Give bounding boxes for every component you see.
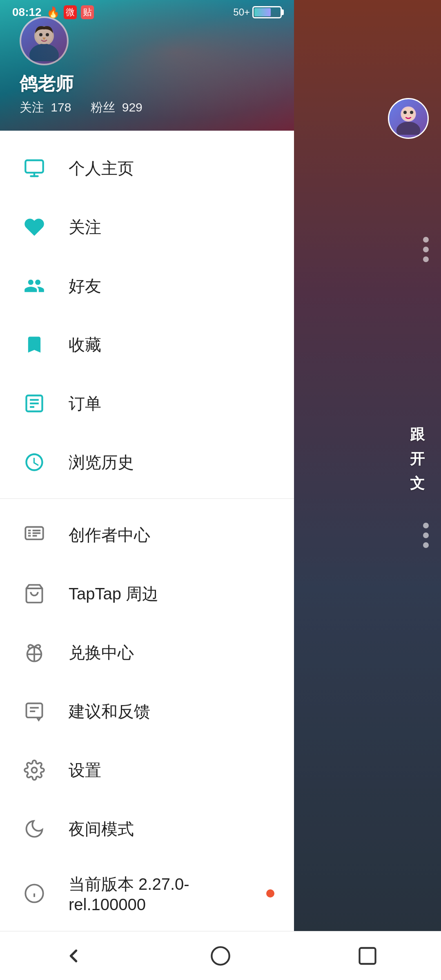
menu-item-taptap[interactable]: TapTap 周边 [0, 564, 294, 623]
menu-item-nightmode[interactable]: 夜间模式 [0, 800, 294, 858]
right-label-kai: 开 [410, 449, 425, 469]
version-red-dot [266, 889, 274, 898]
svg-point-5 [34, 26, 54, 46]
menu-label-redeem: 兑换中心 [69, 641, 134, 664]
follow-stat: 关注 178 [20, 99, 71, 116]
fire-icon: 🔥 [47, 6, 60, 19]
menu-item-follow[interactable]: 关注 [0, 198, 294, 256]
right-avatar [388, 98, 429, 139]
battery-bar [252, 6, 282, 18]
menu-label-history: 浏览历史 [69, 451, 134, 474]
status-time: 08:12 [12, 6, 42, 19]
gift-icon [20, 638, 49, 667]
menu-item-version[interactable]: 当前版本 2.27.0-rel.100000 [0, 858, 294, 929]
menu-label-feedback: 建议和反馈 [69, 700, 150, 723]
svg-rect-36 [360, 948, 376, 964]
moon-icon [20, 814, 49, 844]
svg-rect-10 [25, 160, 43, 173]
weibo-icon: 微 [64, 5, 77, 19]
menu-label-nightmode: 夜间模式 [69, 818, 134, 840]
bookmark-icon [20, 330, 49, 359]
menu-item-feedback[interactable]: 建议和反馈 [0, 682, 294, 741]
info-icon [20, 879, 49, 908]
drawer: 08:12 🔥 微 贴 50+ [0, 0, 294, 980]
order-icon [20, 389, 49, 418]
menu-label-home: 个人主页 [69, 157, 134, 180]
bottom-nav [0, 931, 441, 980]
nav-home-button[interactable] [204, 940, 237, 972]
right-label-wen: 文 [410, 474, 425, 494]
menu-label-follow: 关注 [69, 216, 101, 238]
svg-point-31 [32, 768, 37, 773]
creator-icon [20, 520, 49, 550]
right-label-gen: 跟 [410, 425, 425, 445]
menu-item-creator[interactable]: 创作者中心 [0, 506, 294, 564]
nav-back-button[interactable] [57, 940, 90, 972]
svg-point-3 [403, 111, 407, 114]
menu-item-settings[interactable]: 设置 [0, 741, 294, 800]
svg-point-9 [46, 33, 49, 36]
fans-stat: 粉丝 929 [91, 99, 142, 116]
app-icon: 贴 [81, 5, 94, 19]
menu-divider [0, 498, 294, 499]
profile-header: 08:12 🔥 微 贴 50+ [0, 0, 294, 131]
svg-point-7 [36, 28, 52, 44]
settings-icon [20, 755, 49, 785]
heart-icon [20, 212, 49, 242]
svg-rect-28 [27, 704, 42, 718]
svg-point-1 [396, 122, 421, 135]
menu-label-version: 当前版本 2.27.0-rel.100000 [69, 873, 265, 914]
status-bar: 08:12 🔥 微 贴 50+ [0, 0, 294, 24]
nav-recent-button[interactable] [351, 940, 384, 972]
menu-item-collect[interactable]: 收藏 [0, 315, 294, 374]
svg-point-8 [39, 33, 42, 36]
menu-item-home[interactable]: 个人主页 [0, 139, 294, 198]
menu-label-collect: 收藏 [69, 334, 101, 356]
shop-icon [20, 579, 49, 608]
friends-icon [20, 271, 49, 301]
svg-point-4 [410, 111, 413, 114]
menu-group-1: 个人主页 关注 好友 [0, 139, 294, 492]
profile-name: 鸽老师 [20, 72, 274, 96]
feedback-icon [20, 697, 49, 726]
menu-label-creator: 创作者中心 [69, 524, 150, 546]
menu-label-order: 订单 [69, 392, 101, 415]
menu-label-friends: 好友 [69, 275, 101, 297]
menu-item-history[interactable]: 浏览历史 [0, 433, 294, 492]
clock-icon [20, 448, 49, 477]
menu-group-2: 创作者中心 TapTap 周边 [0, 506, 294, 929]
menu-label-settings: 设置 [69, 759, 101, 782]
profile-stats: 关注 178 粉丝 929 [20, 99, 274, 116]
right-dots-2 [423, 523, 429, 548]
svg-point-35 [212, 947, 229, 964]
menu-item-friends[interactable]: 好友 [0, 256, 294, 315]
right-panel: 跟 开 文 [294, 0, 441, 980]
home-icon [20, 154, 49, 183]
menu-item-order[interactable]: 订单 [0, 374, 294, 433]
status-icons: 🔥 微 贴 [47, 5, 94, 19]
menu-list: 个人主页 关注 好友 [0, 131, 294, 980]
battery-icon: 50+ [233, 6, 282, 18]
svg-point-6 [29, 44, 59, 61]
right-dots-1 [423, 237, 429, 262]
menu-label-taptap: TapTap 周边 [69, 583, 158, 605]
menu-item-redeem[interactable]: 兑换中心 [0, 623, 294, 682]
